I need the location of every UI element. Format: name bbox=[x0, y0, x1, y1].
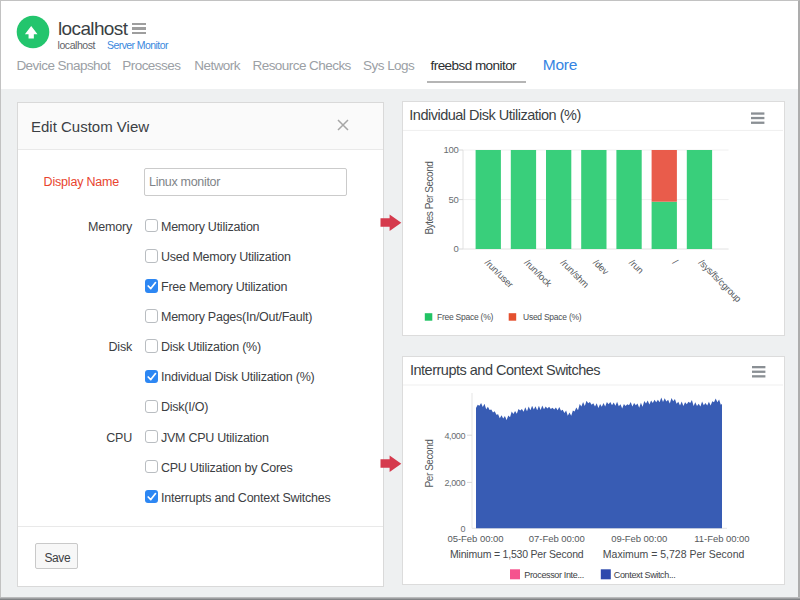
svg-text:/run/lock: /run/lock bbox=[522, 257, 554, 289]
svg-text:100: 100 bbox=[443, 144, 458, 155]
svg-text:Individual Disk Utilization (%: Individual Disk Utilization (%) bbox=[409, 107, 580, 123]
svg-text:/run/shm: /run/shm bbox=[558, 257, 591, 290]
svg-text:Minimum = 1,530 Per Second: Minimum = 1,530 Per Second bbox=[450, 548, 584, 560]
svg-text:/: / bbox=[671, 257, 681, 267]
svg-text:/run: /run bbox=[627, 257, 646, 276]
svg-text:/sys/fs/cgroup: /sys/fs/cgroup bbox=[697, 257, 744, 304]
svg-text:Per Second: Per Second bbox=[424, 440, 435, 488]
svg-text:/dev: /dev bbox=[591, 257, 611, 277]
svg-text:05-Feb 00:00: 05-Feb 00:00 bbox=[448, 533, 504, 544]
svg-text:07-Feb 00:00: 07-Feb 00:00 bbox=[529, 533, 585, 544]
svg-text:09-Feb 00:00: 09-Feb 00:00 bbox=[611, 533, 667, 544]
svg-text:Interrupts and Context Switche: Interrupts and Context Switches bbox=[410, 362, 600, 378]
svg-text:0: 0 bbox=[453, 243, 458, 254]
svg-text:Maximum = 5,728 Per Second: Maximum = 5,728 Per Second bbox=[603, 548, 745, 560]
svg-text:Used Space (%): Used Space (%) bbox=[523, 312, 582, 322]
svg-text:11-Feb 00:00: 11-Feb 00:00 bbox=[694, 533, 749, 544]
svg-text:4,000: 4,000 bbox=[444, 431, 465, 441]
svg-text:Bytes Per Second: Bytes Per Second bbox=[424, 162, 435, 235]
svg-text:/run/user: /run/user bbox=[483, 257, 516, 290]
svg-text:Processor Inte...: Processor Inte... bbox=[524, 570, 584, 580]
svg-text:Free Space (%): Free Space (%) bbox=[437, 312, 493, 322]
svg-text:2,000: 2,000 bbox=[444, 478, 465, 488]
svg-text:Context Switch...: Context Switch... bbox=[614, 570, 676, 580]
svg-text:50: 50 bbox=[448, 194, 458, 205]
